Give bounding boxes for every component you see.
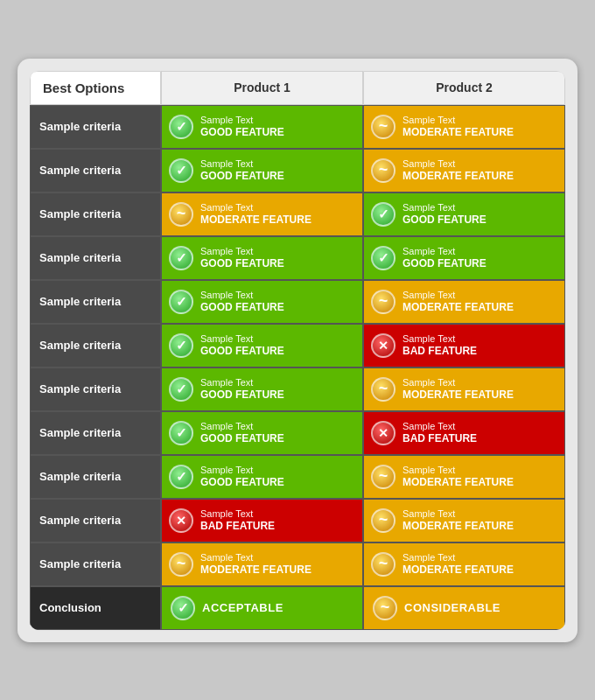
criteria-cell: Sample criteria — [30, 542, 161, 586]
conclusion-row: Conclusion ✓ ACCEPTABLE ~ CONSIDERABLE — [30, 586, 565, 630]
check-icon: ✓ — [169, 115, 193, 139]
feature-text: Sample Text MODERATE FEATURE — [402, 551, 514, 578]
conclusion-p2-text: CONSIDERABLE — [404, 601, 500, 614]
check-icon: ✓ — [169, 465, 193, 489]
table-row: Sample criteria ✓ Sample Text GOOD FEATU… — [30, 236, 565, 280]
cross-icon: ✕ — [169, 508, 193, 533]
criteria-cell: Sample criteria — [30, 455, 161, 499]
header-col1: Best Options — [30, 71, 161, 105]
feature-cell: ✓ Sample Text GOOD FEATURE — [161, 149, 363, 192]
feature-cell: ✕ Sample Text BAD FEATURE — [363, 324, 565, 368]
feature-cell: ✓ Sample Text GOOD FEATURE — [161, 368, 363, 411]
check-icon: ✓ — [169, 333, 193, 358]
conclusion-p2: ~ CONSIDERABLE — [363, 586, 565, 630]
feature-text: Sample Text GOOD FEATURE — [200, 158, 284, 184]
criteria-cell: Sample criteria — [30, 192, 161, 236]
criteria-cell: Sample criteria — [30, 280, 161, 324]
feature-cell: ✓ Sample Text GOOD FEATURE — [363, 236, 565, 280]
feature-cell: ~ Sample Text MODERATE FEATURE — [363, 149, 565, 192]
feature-cell: ~ Sample Text MODERATE FEATURE — [363, 499, 565, 542]
check-icon: ✓ — [169, 290, 193, 314]
feature-cell: ✓ Sample Text GOOD FEATURE — [161, 280, 363, 324]
table-row: Sample criteria ✓ Sample Text GOOD FEATU… — [30, 324, 565, 368]
feature-text: Sample Text BAD FEATURE — [402, 420, 477, 446]
table-row: Sample criteria ~ Sample Text MODERATE F… — [30, 192, 565, 236]
feature-text: Sample Text BAD FEATURE — [200, 508, 275, 534]
feature-text: Sample Text MODERATE FEATURE — [200, 551, 312, 578]
comparison-table: Best Options Product 1 Product 2 Sample … — [30, 71, 565, 630]
criteria-cell: Sample criteria — [30, 236, 161, 280]
feature-text: Sample Text MODERATE FEATURE — [402, 289, 514, 315]
header-col3: Product 2 — [363, 71, 565, 105]
feature-cell: ✓ Sample Text GOOD FEATURE — [161, 236, 363, 280]
feature-text: Sample Text MODERATE FEATURE — [402, 376, 514, 402]
check-icon: ✓ — [169, 246, 193, 270]
feature-text: Sample Text GOOD FEATURE — [200, 420, 284, 446]
conclusion-p1-text: ACCEPTABLE — [202, 601, 284, 614]
feature-cell: ~ Sample Text MODERATE FEATURE — [363, 105, 565, 149]
criteria-cell: Sample criteria — [30, 499, 161, 542]
feature-cell: ~ Sample Text MODERATE FEATURE — [363, 280, 565, 324]
table-row: Sample criteria ✓ Sample Text GOOD FEATU… — [30, 455, 565, 499]
feature-text: Sample Text MODERATE FEATURE — [402, 114, 514, 140]
check-icon: ✓ — [169, 421, 193, 445]
feature-text: Sample Text GOOD FEATURE — [200, 376, 284, 402]
feature-cell: ✓ Sample Text GOOD FEATURE — [161, 455, 363, 499]
tilde-icon: ~ — [371, 508, 396, 533]
feature-text: Sample Text MODERATE FEATURE — [402, 464, 514, 490]
conclusion-p2-icon: ~ — [373, 596, 397, 620]
feature-cell: ~ Sample Text MODERATE FEATURE — [161, 192, 363, 236]
tilde-icon: ~ — [371, 377, 396, 402]
feature-text: Sample Text MODERATE FEATURE — [200, 201, 312, 228]
header-col2: Product 1 — [161, 71, 363, 105]
cross-icon: ✕ — [371, 421, 396, 445]
criteria-cell: Sample criteria — [30, 368, 161, 411]
feature-cell: ~ Sample Text MODERATE FEATURE — [363, 368, 565, 411]
feature-text: Sample Text GOOD FEATURE — [200, 245, 284, 271]
feature-text: Sample Text GOOD FEATURE — [200, 114, 284, 140]
tilde-icon: ~ — [371, 158, 396, 183]
feature-text: Sample Text GOOD FEATURE — [200, 289, 284, 315]
feature-cell: ✕ Sample Text BAD FEATURE — [161, 499, 363, 542]
cross-icon: ✕ — [371, 333, 396, 358]
tilde-icon: ~ — [371, 465, 396, 489]
tilde-icon: ~ — [371, 290, 396, 314]
tilde-icon: ~ — [169, 202, 193, 227]
table-row: Sample criteria ~ Sample Text MODERATE F… — [30, 542, 565, 586]
conclusion-p1: ✓ ACCEPTABLE — [161, 586, 363, 630]
tilde-icon: ~ — [371, 552, 396, 577]
tilde-icon: ~ — [169, 552, 193, 577]
tilde-icon: ~ — [371, 115, 396, 139]
feature-text: Sample Text GOOD FEATURE — [200, 464, 284, 490]
table-row: Sample criteria ✕ Sample Text BAD FEATUR… — [30, 499, 565, 542]
feature-cell: ~ Sample Text MODERATE FEATURE — [363, 542, 565, 586]
feature-text: Sample Text GOOD FEATURE — [402, 245, 486, 271]
feature-cell: ✓ Sample Text GOOD FEATURE — [363, 192, 565, 236]
feature-text: Sample Text GOOD FEATURE — [402, 201, 486, 228]
feature-text: Sample Text BAD FEATURE — [402, 332, 477, 359]
feature-cell: ~ Sample Text MODERATE FEATURE — [161, 542, 363, 586]
feature-text: Sample Text GOOD FEATURE — [200, 332, 284, 359]
check-icon: ✓ — [169, 158, 193, 183]
feature-cell: ✓ Sample Text GOOD FEATURE — [161, 411, 363, 455]
feature-cell: ✓ Sample Text GOOD FEATURE — [161, 105, 363, 149]
feature-cell: ~ Sample Text MODERATE FEATURE — [363, 455, 565, 499]
table-row: Sample criteria ✓ Sample Text GOOD FEATU… — [30, 411, 565, 455]
feature-cell: ✕ Sample Text BAD FEATURE — [363, 411, 565, 455]
check-icon: ✓ — [371, 246, 396, 270]
conclusion-p1-icon: ✓ — [171, 596, 195, 620]
check-icon: ✓ — [371, 202, 396, 227]
table-wrapper: Best Options Product 1 Product 2 Sample … — [18, 59, 578, 642]
table-row: Sample criteria ✓ Sample Text GOOD FEATU… — [30, 105, 565, 149]
criteria-cell: Sample criteria — [30, 324, 161, 368]
table-row: Sample criteria ✓ Sample Text GOOD FEATU… — [30, 368, 565, 411]
feature-text: Sample Text MODERATE FEATURE — [402, 508, 514, 534]
table-row: Sample criteria ✓ Sample Text GOOD FEATU… — [30, 280, 565, 324]
criteria-cell: Sample criteria — [30, 411, 161, 455]
check-icon: ✓ — [169, 377, 193, 402]
feature-text: Sample Text MODERATE FEATURE — [402, 158, 514, 184]
table-row: Sample criteria ✓ Sample Text GOOD FEATU… — [30, 149, 565, 192]
criteria-cell: Sample criteria — [30, 105, 161, 149]
conclusion-label: Conclusion — [30, 586, 161, 630]
feature-cell: ✓ Sample Text GOOD FEATURE — [161, 324, 363, 368]
